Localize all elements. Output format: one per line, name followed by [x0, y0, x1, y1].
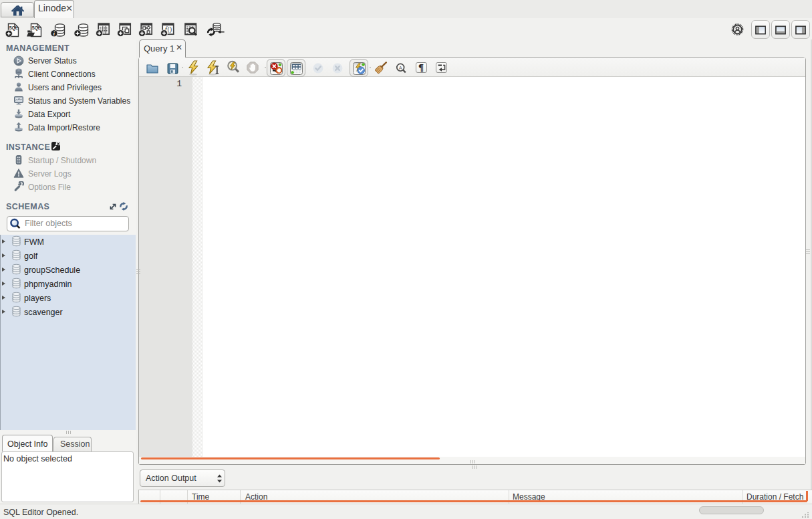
svg-text:SQL: SQL [31, 25, 40, 31]
svg-text:(): () [168, 26, 172, 33]
svg-text:A: A [399, 65, 402, 71]
